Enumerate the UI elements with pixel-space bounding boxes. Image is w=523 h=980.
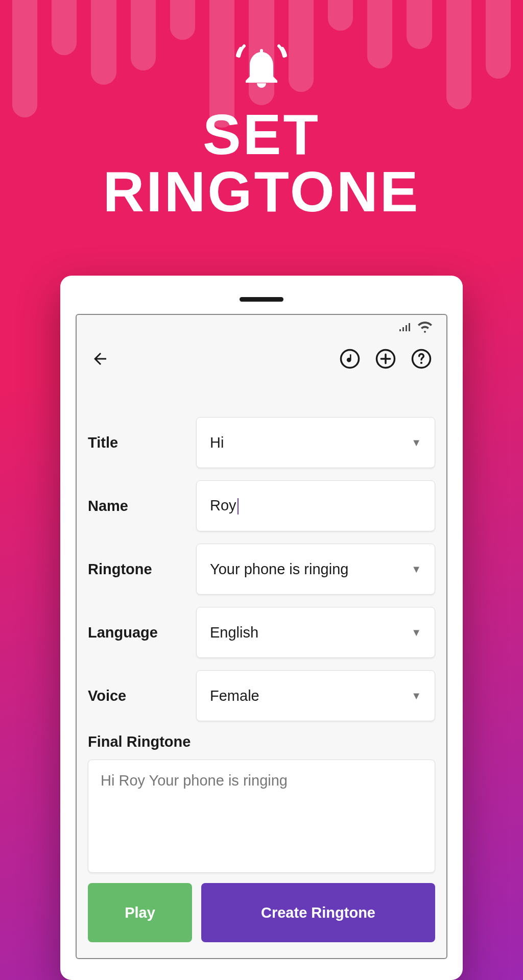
hero-section: SET RINGTONE [0, 41, 523, 220]
title-select[interactable]: Hi ▼ [196, 417, 435, 468]
ringtone-form: Title Hi ▼ Name Roy Ringtone Your phone … [77, 378, 446, 942]
text-cursor [237, 498, 239, 514]
language-label: Language [88, 624, 196, 641]
ringtone-library-button[interactable] [339, 348, 361, 370]
name-label: Name [88, 498, 196, 514]
voice-select[interactable]: Female ▼ [196, 670, 435, 721]
chevron-down-icon: ▼ [411, 690, 421, 702]
svg-point-3 [420, 362, 422, 364]
signal-icon [398, 322, 412, 332]
language-select[interactable]: English ▼ [196, 607, 435, 658]
final-ringtone-label: Final Ringtone [88, 733, 435, 750]
chevron-down-icon: ▼ [411, 437, 421, 449]
title-label: Title [88, 434, 196, 451]
voice-label: Voice [88, 688, 196, 704]
phone-screen: Title Hi ▼ Name Roy Ringtone Your phone … [76, 314, 447, 959]
final-ringtone-preview: Hi Roy Your phone is ringing [88, 760, 435, 873]
create-ringtone-button[interactable]: Create Ringtone [201, 883, 435, 942]
phone-speaker [240, 297, 283, 302]
help-button[interactable] [411, 348, 432, 370]
chevron-down-icon: ▼ [411, 627, 421, 639]
bell-icon [231, 41, 292, 96]
app-bar [77, 339, 446, 378]
name-input[interactable]: Roy [196, 480, 435, 531]
play-button[interactable]: Play [88, 883, 192, 942]
ringtone-label: Ringtone [88, 561, 196, 578]
hero-title: SET RINGTONE [0, 106, 523, 220]
phone-frame: Title Hi ▼ Name Roy Ringtone Your phone … [60, 276, 463, 980]
ringtone-select[interactable]: Your phone is ringing ▼ [196, 544, 435, 595]
add-button[interactable] [375, 348, 396, 370]
back-button[interactable] [91, 350, 109, 368]
status-bar [77, 315, 446, 339]
wifi-icon [418, 322, 432, 333]
chevron-down-icon: ▼ [411, 564, 421, 575]
